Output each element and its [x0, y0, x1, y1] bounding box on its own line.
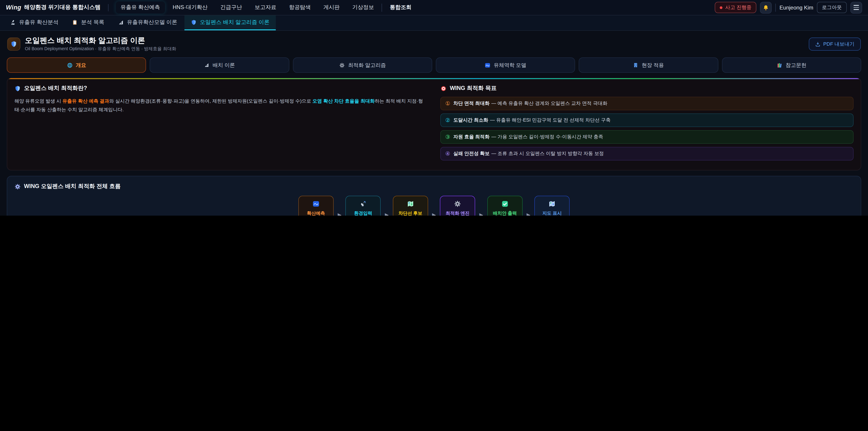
wing-logo: Wing: [6, 4, 21, 11]
logout-button[interactable]: 로그아웃: [817, 2, 847, 13]
nav-divider: [776, 3, 776, 11]
clipboard-icon: [72, 20, 78, 25]
tab-references[interactable]: 참고문헌: [722, 57, 861, 73]
globe-icon: [67, 62, 72, 68]
overview-card: 오일펜스 배치 최적화란? 해양 유류오염 발생 시 유출유 확산 예측 결과와…: [7, 78, 861, 171]
satellite-dish-icon: [347, 200, 379, 208]
app-title: 해양환경 위기대응 통합시스템: [24, 4, 101, 11]
shield-icon: [191, 20, 197, 25]
page-header: 오일펜스 배치 최적화 알고리즘 이론 Oil Boom Deployment …: [0, 31, 868, 56]
gear-icon: [442, 200, 473, 208]
nav-item-reports[interactable]: 보고자료: [250, 1, 281, 13]
flow-steps: 확산예측 KOSPS/POSEIDON OpenDrift ▶ 환경입력 조류·…: [14, 196, 854, 215]
page-subtitle: Oil Boom Deployment Optimization · 유출유 확…: [25, 46, 176, 52]
flow-heading: WING 오일펜스 배치 최적화 전체 흐름: [14, 183, 854, 190]
triangle-ruler-icon: [204, 62, 210, 68]
check-icon: [489, 200, 521, 208]
building-icon: [633, 62, 639, 68]
goal-item-3: ③ 자원 효율 최적화 — 가용 오일펜스 길이·방제정 수·이동시간 제약 충…: [440, 130, 854, 144]
map-icon: [395, 200, 426, 208]
incident-label: 사고 진행중: [725, 4, 751, 11]
subtab-boom-algorithm-theory[interactable]: 오일펜스 배치 알고리즘 이론: [184, 16, 276, 30]
highlight-maximize-blocking: 오염 확산 차단 효율을 최대화: [312, 98, 375, 103]
tab-field-application[interactable]: 현장 적용: [579, 57, 718, 73]
app-screen: Wing 해양환경 위기대응 통합시스템 유출유 확산예측 HNS·대기확산 긴…: [0, 0, 868, 216]
subtab-spill-analysis[interactable]: 유출유 확산분석: [4, 16, 65, 30]
nav-divider: [381, 3, 382, 11]
target-icon: [440, 85, 447, 92]
flow-step-environment-input: 환경입력 조류·풍향 파고·수심: [346, 196, 381, 215]
page-shield-icon: [7, 37, 20, 51]
flow-step-barrier-candidates: 차단선 후보 격자탐색 후보지점 생성: [393, 196, 428, 215]
nav-item-oil-spill-prediction[interactable]: 유출유 확산예측: [116, 1, 165, 13]
nav-item-weather-info[interactable]: 기상정보: [347, 1, 379, 13]
main-menu: 유출유 확산예측 HNS·대기확산 긴급구난 보고자료 항공탐색 게시판 기상정…: [116, 1, 416, 13]
flow-step-optimization-engine: 최적화 엔진 다목적 유전알고리즘: [440, 196, 475, 215]
brand: Wing 해양환경 위기대응 통합시스템: [6, 4, 101, 11]
page-title: 오일펜스 배치 최적화 알고리즘 이론: [25, 36, 176, 44]
arrow-right-icon: ▶: [526, 212, 530, 215]
subtab-dispersion-model-theory[interactable]: 유출유확산모델 이론: [112, 16, 184, 30]
user-name: Eunjeong Kim: [780, 4, 813, 11]
goal-item-4: ④ 실패 안전성 확보 — 조류 초과 시 오일펜스 이탈 방지 방향각 자동 …: [440, 147, 854, 160]
incident-dot-icon: [720, 6, 722, 9]
nav-right-cluster: 사고 진행중 Eunjeong Kim 로그아웃: [715, 2, 862, 13]
gear-icon: [14, 183, 21, 190]
page-title-block: 오일펜스 배치 최적화 알고리즘 이론 Oil Boom Deployment …: [25, 36, 176, 52]
notifications-button[interactable]: [760, 2, 772, 13]
books-icon: [777, 62, 782, 68]
map-icon: [536, 200, 568, 208]
highlight-prediction-result: 유출유 확산 예측 결과: [62, 98, 109, 103]
arrow-right-icon: ▶: [385, 212, 389, 215]
download-icon: [815, 41, 820, 47]
wave-icon: [485, 62, 491, 68]
incident-status-badge[interactable]: 사고 진행중: [715, 2, 756, 13]
top-navigation-bar: Wing 해양환경 위기대응 통합시스템 유출유 확산예측 HNS·대기확산 긴…: [0, 0, 868, 16]
tab-deployment-theory[interactable]: 배치 이론: [150, 57, 289, 73]
wave-icon: [300, 200, 332, 208]
flow-step-prediction: 확산예측 KOSPS/POSEIDON OpenDrift: [298, 196, 334, 215]
nav-divider: [108, 4, 108, 11]
tab-hydrodynamics-model[interactable]: 유체역학 모델: [436, 57, 575, 73]
nav-item-hns-dispersion[interactable]: HNS·대기확산: [168, 1, 213, 13]
triangle-ruler-icon: [118, 20, 124, 25]
arrow-right-icon: ▶: [338, 212, 342, 215]
shield-icon: [14, 85, 21, 92]
intro-heading: 오일펜스 배치 최적화란?: [14, 85, 428, 92]
nav-item-integrated-search[interactable]: 통합조회: [385, 1, 416, 13]
sub-tab-bar: 유출유 확산분석 분석 목록 유출유확산모델 이론 오일펜스 배치 알고리즘 이…: [0, 16, 868, 31]
pdf-export-button[interactable]: PDF 내보내기: [809, 37, 861, 51]
goal-item-2: ② 도달시간 최소화 — 유출유 해안·ESI 민감구역 도달 전 선제적 차단…: [440, 114, 854, 127]
flow-step-map-display: 지도 표시 ESI 중첩 방제자원 연계: [534, 196, 569, 215]
goal-item-1: ① 차단 면적 최대화 — 예측 유출유 확산 경계와 오일펜스 교차 면적 극…: [440, 97, 854, 110]
hamburger-icon: [854, 5, 859, 10]
nav-item-board[interactable]: 게시판: [318, 1, 344, 13]
tab-overview[interactable]: 개요: [7, 57, 146, 73]
flow-step-deployment-output: 배치안 출력 좌표·형태 방향·순서: [487, 196, 522, 215]
microscope-icon: [10, 20, 16, 25]
goals-heading: WING 최적화 목표: [440, 85, 854, 92]
menu-button[interactable]: [850, 2, 862, 13]
bell-icon: [763, 4, 769, 11]
intro-paragraph: 해양 유류오염 발생 시 유출유 확산 예측 결과와 실시간 해양환경(조류·풍…: [14, 97, 428, 114]
tab-optimization-algorithm[interactable]: 최적화 알고리즘: [293, 57, 432, 73]
nav-item-aerial-search[interactable]: 항공탐색: [284, 1, 315, 13]
optimization-flow-card: WING 오일펜스 배치 최적화 전체 흐름 확산예측 KOSPS/POSEID…: [7, 176, 861, 215]
nav-item-emergency-rescue[interactable]: 긴급구난: [215, 1, 247, 13]
section-tab-bar: 개요 배치 이론 최적화 알고리즘 유체역학 모델 현장 적용: [7, 57, 861, 73]
subtab-analysis-list[interactable]: 분석 목록: [66, 16, 111, 30]
arrow-right-icon: ▶: [432, 212, 436, 215]
intro-column: 오일펜스 배치 최적화란? 해양 유류오염 발생 시 유출유 확산 예측 결과와…: [14, 84, 428, 164]
goals-column: WING 최적화 목표 ① 차단 면적 최대화 — 예측 유출유 확산 경계와 …: [440, 84, 854, 164]
arrow-right-icon: ▶: [479, 212, 483, 215]
gear-icon: [339, 62, 345, 68]
